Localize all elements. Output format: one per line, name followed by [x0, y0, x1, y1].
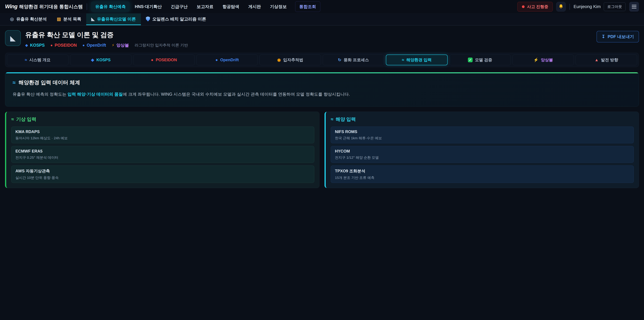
page-header: ◣ 유출유 확산 모델 이론 및 검증 ◆ KOSPS ● POSEIDON ●…: [5, 30, 639, 48]
user-name: Eunjeong Kim: [574, 4, 601, 9]
item-desc: 전지구 1/12° 해양 순환 모델: [335, 155, 630, 160]
list-item-hycom: HYCOM 전지구 1/12° 해양 순환 모델: [331, 146, 634, 163]
divider: [87, 3, 87, 10]
tab-diffusion-model-theory[interactable]: ◣ 유출유확산모델 이론: [86, 14, 141, 25]
app-logo[interactable]: Wing 해양환경 위기대응 통합시스템: [5, 3, 83, 10]
section-nav-marine-env-input[interactable]: ≈ 해양환경 입력: [386, 55, 448, 65]
wave-icon: ≈: [331, 117, 333, 122]
logout-button[interactable]: 로그아웃: [604, 2, 626, 11]
section-nav-model-validation[interactable]: ✓ 모델 검증: [449, 55, 511, 65]
page-content: ◣ 유출유 확산 모델 이론 및 검증 ◆ KOSPS ● POSEIDON ●…: [0, 30, 644, 195]
section-nav-particle-tracking[interactable]: ◉ 입자추적법: [260, 55, 321, 65]
hamburger-menu-button[interactable]: [629, 2, 639, 12]
panel-heading: ≈ 해양환경 입력 데이터 체계: [12, 79, 632, 86]
item-name: ECMWF ERA5: [16, 149, 310, 154]
notification-bell-button[interactable]: [556, 2, 566, 12]
weather-card-items: KMA RDAPS 동아시아 12km 해상도 · 24h 예보 ECMWF E…: [11, 127, 314, 183]
nav-item-integrated-search[interactable]: 통합조회: [295, 1, 320, 12]
weather-card-heading: ≈ 기상 입력: [11, 116, 314, 123]
section-nav-poseidon[interactable]: ● POSEIDON: [133, 55, 195, 65]
brand-wordmark: Wing: [5, 3, 18, 10]
rocket-icon: ▲: [594, 58, 598, 62]
lightning-icon: ⚡: [534, 58, 538, 62]
tab-oil-fence-algorithm-theory[interactable]: 오일펜스 배치 알고리즘 이론: [141, 14, 211, 25]
ocean-input-card: ≈ 해양 입력 NIFS ROMS 한국 근해 1km 해류·수온 예보 HYC…: [324, 112, 639, 188]
ocean-card-heading: ≈ 해양 입력: [331, 116, 634, 123]
section-nav-weathering-process[interactable]: ↻ 풍화 프로세스: [323, 55, 384, 65]
item-desc: 동아시아 12km 해상도 · 24h 예보: [16, 136, 310, 140]
sub-tabbar: ◎ 유출유 확산분석 ▤ 분석 목록 ◣ 유출유확산모델 이론 오일펜스 배치 …: [0, 14, 644, 26]
badge-ensemble: ⚡ 앙상블: [112, 43, 129, 48]
export-icon: ↧: [602, 34, 605, 39]
section-nav: ≈ 시스템 개요 ◆ KOSPS ● POSEIDON ● OpenDrift …: [5, 53, 639, 67]
page-title: 유출유 확산 모델 이론 및 검증: [25, 30, 596, 40]
marine-env-input-panel: ≈ 해양환경 입력 데이터 체계 유출유 확산 예측의 정확도는 입력 해양·기…: [5, 72, 639, 107]
nav-item-emergency-rescue[interactable]: 긴급구난: [167, 2, 192, 12]
top-navbar: Wing 해양환경 위기대응 통합시스템 유출유 확산예측 HNS·대기확산 긴…: [0, 0, 644, 14]
item-name: TPXO9 조화분석: [335, 168, 630, 174]
app-title: 해양환경 위기대응 통합시스템: [19, 4, 83, 10]
diamond-icon: ◆: [91, 58, 94, 62]
list-item-kma-rdaps: KMA RDAPS 동아시아 12km 해상도 · 24h 예보: [11, 127, 314, 143]
main-nav: 유출유 확산예측 HNS·대기확산 긴급구난 보고자료 항공탐색 게시판 기상정…: [91, 1, 320, 12]
blue-dot-icon: ●: [82, 43, 85, 48]
badge-kosps: ◆ KOSPS: [25, 43, 44, 48]
ocean-card-items: NIFS ROMS 한국 근해 1km 해류·수온 예보 HYCOM 전지구 1…: [331, 127, 634, 183]
incident-dot-icon: [522, 5, 524, 8]
red-dot-icon: ●: [151, 58, 154, 62]
item-name: AWS 자동기상관측: [16, 168, 310, 174]
blue-dot-icon: ●: [215, 58, 218, 62]
highlight-text: 입력 해양·기상 데이터의 품질: [68, 92, 123, 97]
shield-icon: [146, 17, 150, 22]
list-item-ecmwf-era5: ECMWF ERA5 전지구 0.25° 재분석 데이터: [11, 146, 314, 163]
nav-item-hns-air-dispersion[interactable]: HNS·대기확산: [131, 2, 166, 12]
section-nav-kosps[interactable]: ◆ KOSPS: [70, 55, 132, 65]
red-dot-icon: ●: [50, 43, 52, 48]
compass-icon: ◉: [277, 58, 281, 62]
wind-icon: ≈: [11, 117, 14, 122]
check-icon: ✓: [468, 58, 472, 62]
nav-item-board[interactable]: 게시판: [244, 2, 265, 12]
tab-label: 유출유확산모델 이론: [97, 16, 136, 22]
item-name: NIFS ROMS: [335, 129, 630, 134]
section-nav-ensemble[interactable]: ⚡ 앙상블: [512, 55, 574, 65]
section-nav-future-direction[interactable]: ▲ 발전 방향: [576, 55, 637, 65]
navbar-left: Wing 해양환경 위기대응 통합시스템 유출유 확산예측 HNS·대기확산 긴…: [5, 1, 320, 12]
refresh-icon: ↻: [338, 58, 341, 62]
list-item-aws: AWS 자동기상관측 실시간 10분 단위 풍향·풍속: [11, 165, 314, 183]
divider: [570, 4, 570, 10]
bell-icon: [558, 4, 564, 10]
microscope-icon: ◎: [10, 17, 14, 21]
tab-analysis-list[interactable]: ▤ 분석 목록: [52, 14, 86, 25]
nav-item-reports[interactable]: 보고자료: [193, 2, 218, 12]
lightning-icon: ⚡: [112, 43, 114, 48]
item-desc: 15개 분조 기반 조류 예측: [335, 175, 630, 180]
triangle-ruler-icon: ◣: [91, 17, 94, 21]
clipboard-icon: ▤: [57, 17, 61, 21]
tab-label: 오일펜스 배치 알고리즘 이론: [152, 16, 206, 22]
wave-icon: ≈: [12, 80, 16, 86]
weather-input-card: ≈ 기상 입력 KMA RDAPS 동아시아 12km 해상도 · 24h 예보…: [5, 112, 320, 188]
tab-label: 분석 목록: [63, 16, 81, 22]
navbar-right: 사고 진행중 Eunjeong Kim 로그아웃: [518, 2, 639, 12]
wave-icon: ≈: [25, 58, 27, 62]
pdf-export-button[interactable]: ↧ PDF 내보내기: [596, 31, 639, 43]
page-icon-box: ◣: [5, 30, 21, 46]
tab-oil-spill-analysis[interactable]: ◎ 유출유 확산분석: [5, 14, 52, 25]
hamburger-icon: [632, 5, 636, 5]
nav-item-weather-info[interactable]: 기상정보: [266, 2, 291, 12]
nav-item-oil-spill-prediction[interactable]: 유출유 확산예측: [91, 2, 130, 12]
input-data-cards: ≈ 기상 입력 KMA RDAPS 동아시아 12km 해상도 · 24h 예보…: [5, 112, 639, 188]
incident-status-badge: 사고 진행중: [518, 2, 553, 12]
model-badge-row: ◆ KOSPS ● POSEIDON ● OpenDrift ⚡ 앙상블 라그랑…: [25, 43, 596, 48]
header-note: 라그랑지안 입자추적 이론 기반: [135, 43, 188, 48]
nav-item-aerial-search[interactable]: 항공탐색: [218, 2, 243, 12]
section-nav-opendrift[interactable]: ● OpenDrift: [196, 55, 258, 65]
badge-opendrift: ● OpenDrift: [82, 43, 106, 48]
triangle-ruler-icon: ◣: [10, 34, 16, 42]
section-nav-system-overview[interactable]: ≈ 시스템 개요: [7, 55, 68, 65]
list-item-tpxo9: TPXO9 조화분석 15개 분조 기반 조류 예측: [331, 165, 634, 183]
panel-description: 유출유 확산 예측의 정확도는 입력 해양·기상 데이터의 품질에 크게 좌우됩…: [12, 91, 632, 98]
wave-icon: ≈: [402, 58, 404, 62]
item-desc: 한국 근해 1km 해류·수온 예보: [335, 136, 630, 140]
